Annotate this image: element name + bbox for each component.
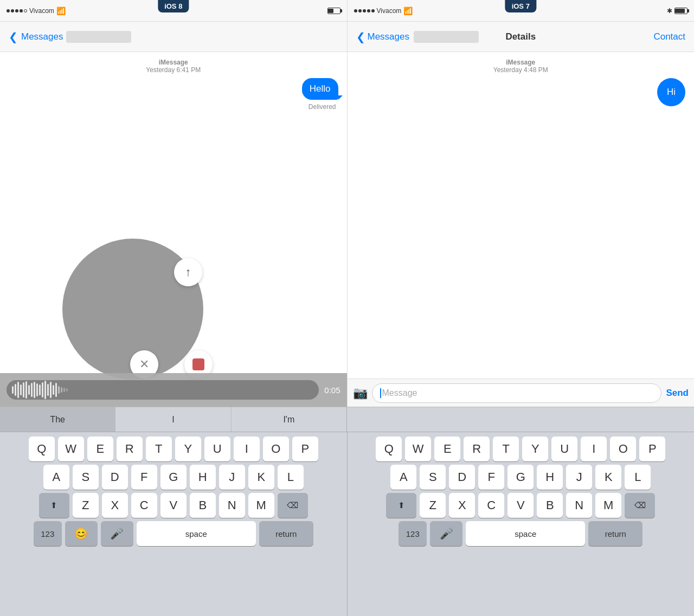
key-l-ios8[interactable]: L [278, 465, 304, 490]
key-t-ios8[interactable]: T [146, 437, 172, 461]
key-y-ios7[interactable]: Y [522, 437, 548, 461]
key-r-ios8[interactable]: R [117, 437, 143, 461]
key-shift-ios8[interactable]: ⬆ [39, 493, 69, 518]
key-n-ios8[interactable]: N [219, 493, 245, 518]
autocomplete-bar-ios7 [347, 407, 694, 432]
key-c-ios8[interactable]: C [131, 493, 157, 518]
nav-back-ios8[interactable]: ❮ Messages [9, 30, 131, 43]
key-mic-ios7[interactable]: 🎤 [430, 521, 462, 546]
key-row-2-ios8: A S D F G H J K L [2, 465, 345, 490]
bubble-hi: Hi [657, 78, 685, 106]
waveform-visual [7, 380, 319, 400]
key-shift-ios7[interactable]: ⬆ [386, 493, 416, 518]
nav-bar-ios8: ❮ Messages [0, 22, 348, 52]
status-bar-left-ios7: Vivacom 📶 [354, 7, 413, 15]
wifi-ios7: 📶 [403, 7, 413, 15]
key-u-ios7[interactable]: U [551, 437, 577, 461]
key-e-ios8[interactable]: E [87, 437, 113, 461]
input-bar-ios7: 📷 Message Send [348, 378, 695, 407]
key-z-ios8[interactable]: Z [73, 493, 99, 518]
key-t-ios7[interactable]: T [493, 437, 519, 461]
timestamp-ios8: iMessage Yesterday 6:41 PM [9, 59, 338, 74]
message-input-ios7[interactable]: Message [372, 383, 662, 403]
keyboard-ios8: Q W E R T Y U I O P A S D F G [0, 432, 348, 616]
key-i-ios8[interactable]: I [234, 437, 260, 461]
key-o-ios7[interactable]: O [610, 437, 636, 461]
bubble-row-hello: Hello [9, 78, 338, 100]
carrier-ios7: Vivacom [377, 7, 402, 15]
key-p-ios7[interactable]: P [639, 437, 665, 461]
key-b-ios8[interactable]: B [190, 493, 216, 518]
key-c-ios7[interactable]: C [478, 493, 504, 518]
back-arrow-ios8: ❮ [9, 30, 18, 43]
key-y-ios8[interactable]: Y [175, 437, 201, 461]
key-o-ios8[interactable]: O [263, 437, 289, 461]
key-d-ios8[interactable]: D [102, 465, 128, 490]
key-emoji-ios8[interactable]: 😊 [65, 521, 98, 546]
key-k-ios8[interactable]: K [248, 465, 274, 490]
key-123-ios8[interactable]: 123 [34, 521, 62, 546]
key-s-ios8[interactable]: S [73, 465, 99, 490]
key-h-ios8[interactable]: H [190, 465, 216, 490]
nav-contact-ios7[interactable]: Contact [653, 31, 685, 42]
key-l-ios7[interactable]: L [625, 465, 651, 490]
status-bar-left-ios8: Vivacom 📶 [7, 7, 66, 15]
key-mic-ios8[interactable]: 🎤 [101, 521, 133, 546]
autocomplete-i[interactable]: I [115, 407, 231, 432]
key-g-ios8[interactable]: G [160, 465, 187, 490]
key-return-ios7[interactable]: return [588, 521, 642, 546]
key-v-ios8[interactable]: V [160, 493, 187, 518]
key-m-ios7[interactable]: M [595, 493, 621, 518]
nav-back-label-ios7: Messages [368, 31, 409, 42]
key-x-ios8[interactable]: X [102, 493, 128, 518]
chat-scroll-ios8: iMessage Yesterday 6:41 PM Hello Deliver… [0, 52, 347, 407]
key-p-ios8[interactable]: P [292, 437, 318, 461]
key-j-ios7[interactable]: J [566, 465, 592, 490]
chat-scroll-ios7: iMessage Yesterday 4:48 PM Hi [348, 52, 695, 378]
key-space-ios8[interactable]: space [137, 521, 256, 546]
key-w-ios7[interactable]: W [405, 437, 431, 461]
key-j-ios8[interactable]: J [219, 465, 245, 490]
key-m-ios8[interactable]: M [248, 493, 274, 518]
key-h-ios7[interactable]: H [537, 465, 563, 490]
key-return-ios8[interactable]: return [259, 521, 313, 546]
key-f-ios8[interactable]: F [131, 465, 157, 490]
key-delete-ios8[interactable]: ⌫ [278, 493, 308, 518]
key-n-ios7[interactable]: N [566, 493, 592, 518]
key-row-3-ios7: ⬆ Z X C V B N M ⌫ [350, 493, 692, 518]
key-q-ios8[interactable]: Q [29, 437, 55, 461]
key-k-ios7[interactable]: K [595, 465, 621, 490]
key-a-ios7[interactable]: A [390, 465, 416, 490]
voice-send-button[interactable]: ↑ [174, 258, 202, 286]
key-s-ios7[interactable]: S [420, 465, 446, 490]
key-123-ios7[interactable]: 123 [399, 521, 427, 546]
autocomplete-the[interactable]: The [0, 407, 115, 432]
key-row-1-ios8: Q W E R T Y U I O P [2, 437, 345, 461]
key-i-ios7[interactable]: I [581, 437, 607, 461]
key-q-ios7[interactable]: Q [376, 437, 402, 461]
autocomplete-im[interactable]: I'm [232, 407, 346, 432]
key-r-ios7[interactable]: R [464, 437, 490, 461]
key-e-ios7[interactable]: E [434, 437, 460, 461]
key-u-ios8[interactable]: U [204, 437, 230, 461]
key-space-ios7[interactable]: space [466, 521, 585, 546]
nav-back-ios7[interactable]: ❮ Messages [356, 30, 479, 43]
key-v-ios7[interactable]: V [507, 493, 534, 518]
nav-back-label-ios8: Messages [21, 31, 63, 42]
key-f-ios7[interactable]: F [478, 465, 504, 490]
camera-icon-ios7[interactable]: 📷 [353, 386, 368, 400]
keyboard-ios7: Q W E R T Y U I O P A S D F G [348, 432, 695, 616]
key-delete-ios7[interactable]: ⌫ [625, 493, 655, 518]
status-bar-ios7: Vivacom 📶 iOS 7 ✱ [348, 0, 695, 21]
input-placeholder-ios7: Message [382, 388, 417, 398]
key-z-ios7[interactable]: Z [420, 493, 446, 518]
send-button-ios7[interactable]: Send [666, 388, 689, 399]
key-x-ios7[interactable]: X [449, 493, 475, 518]
key-g-ios7[interactable]: G [507, 465, 534, 490]
status-bar-right-ios7: ✱ [667, 7, 687, 15]
key-a-ios8[interactable]: A [43, 465, 69, 490]
key-w-ios8[interactable]: W [58, 437, 84, 461]
bubble-hello: Hello [302, 78, 338, 100]
key-b-ios7[interactable]: B [537, 493, 563, 518]
key-d-ios7[interactable]: D [449, 465, 475, 490]
